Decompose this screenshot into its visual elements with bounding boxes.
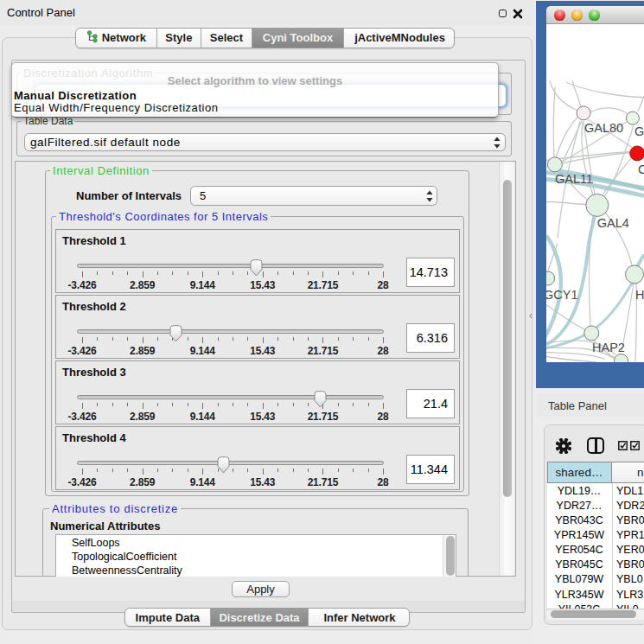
svg-text:GAL4: GAL4 [597,216,629,230]
svg-text:HAP2: HAP2 [592,341,625,354]
svg-text:GAL80: GAL80 [584,121,623,135]
svg-text:C: C [638,162,644,175]
svg-text:G.: G. [634,124,644,138]
svg-text:GCY1: GCY1 [546,287,578,301]
svg-text:GAL11: GAL11 [555,172,593,186]
svg-text:H: H [635,287,644,301]
